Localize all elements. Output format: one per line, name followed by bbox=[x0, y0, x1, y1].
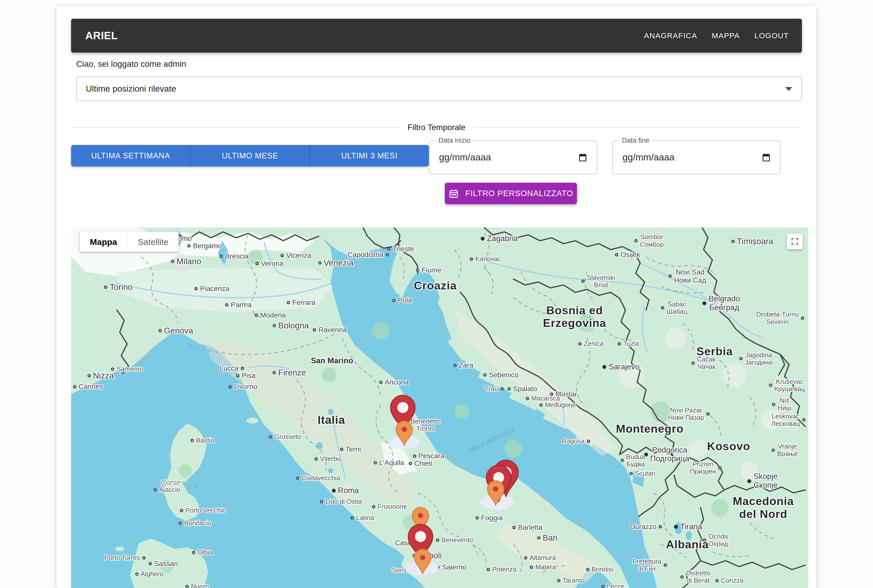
city-dot-icon bbox=[340, 448, 344, 451]
map-label-text: Sarajevo bbox=[609, 362, 639, 371]
city-dot-icon bbox=[507, 387, 511, 391]
map-labels: ComoBergamoMilanoBresciaVeronaVicenzaVen… bbox=[71, 228, 808, 588]
view-select[interactable]: Ultime posizioni rilevate bbox=[76, 76, 802, 101]
map-label-corizza: Corizza bbox=[716, 577, 743, 584]
map-label-text: Brindisi bbox=[592, 566, 613, 573]
map-label-firenze: Firenze bbox=[273, 368, 306, 378]
fullscreen-icon bbox=[791, 238, 799, 245]
map-label-italia: Italia bbox=[318, 413, 345, 426]
map-label-text: Bari bbox=[543, 533, 558, 543]
map-label-text: Mare Adriatico bbox=[468, 425, 516, 454]
date-picker-icon[interactable] bbox=[578, 153, 588, 162]
city-dot-icon bbox=[236, 374, 239, 377]
map-label-benedetto: Benedetto Tronto bbox=[411, 418, 441, 432]
map-label-potenza: Potenza bbox=[487, 566, 516, 573]
city-dot-icon bbox=[436, 566, 440, 569]
map-label-text: Alghero bbox=[141, 570, 164, 578]
map-type-map-button[interactable]: Mappa bbox=[80, 232, 127, 252]
range-button-0[interactable]: ULTIMA SETTIMANA bbox=[71, 145, 190, 166]
map-label-text: Salerno bbox=[442, 564, 466, 571]
view-select-value: Ultime posizioni rilevate bbox=[86, 84, 176, 94]
date-input-start[interactable] bbox=[438, 152, 575, 163]
map-label-text: Sorrento bbox=[392, 567, 417, 574]
map-label-zara: Zara bbox=[453, 361, 474, 369]
map-label-text: Bologna bbox=[278, 321, 309, 330]
map-label-livorno: Livorno bbox=[228, 383, 257, 391]
map-label-bologna: Bologna bbox=[273, 321, 309, 330]
map-label-text: Sebenico bbox=[489, 371, 519, 379]
fullscreen-button[interactable] bbox=[787, 234, 802, 249]
google-map[interactable]: ComoBergamoMilanoBresciaVeronaVicenzaVen… bbox=[71, 228, 808, 588]
map-label-bari: Bari bbox=[537, 533, 558, 543]
nav-item-mappa[interactable]: MAPPA bbox=[712, 32, 740, 40]
city-dot-icon bbox=[171, 260, 174, 263]
nav-item-logout[interactable]: LOGOUT bbox=[754, 32, 789, 40]
map-label-text: Ancona bbox=[385, 378, 409, 386]
city-dot-icon bbox=[392, 299, 396, 302]
map-label-text: Prizren Призрен bbox=[690, 460, 716, 475]
map-label-text: Bastia bbox=[196, 437, 214, 444]
map-label-text: Benevento bbox=[441, 536, 473, 544]
map-label-text: Pescara bbox=[418, 452, 444, 460]
range-button-1[interactable]: ULTIMO MESE bbox=[190, 145, 310, 166]
map-label-belgrado: Belgrado Београд bbox=[702, 294, 740, 312]
map-label-leskovac: Leskovac Лесковац bbox=[771, 412, 806, 427]
map-label-text: Terni bbox=[346, 445, 361, 453]
map-label-torino: Torino bbox=[104, 283, 132, 292]
map-label-timi-oara: Timișoara bbox=[731, 237, 773, 246]
date-picker-icon[interactable] bbox=[761, 153, 771, 162]
city-dot-icon bbox=[731, 240, 735, 243]
map-label-text: Torino bbox=[110, 283, 132, 292]
city-dot-icon bbox=[73, 385, 76, 388]
map-label-text: Milano bbox=[177, 257, 201, 266]
map-label-viterbo: Viterbo bbox=[315, 455, 341, 462]
date-fields: Data inizioData fine bbox=[429, 140, 781, 174]
map-label-jagodina: Jagodina Јагодина bbox=[740, 351, 772, 366]
map-label-skopje: Skopje Скопје bbox=[747, 472, 778, 490]
city-dot-icon bbox=[500, 387, 504, 391]
city-dot-icon bbox=[255, 262, 259, 265]
city-dot-icon bbox=[190, 439, 194, 442]
nav-item-anagrafica[interactable]: ANAGRAFICA bbox=[644, 32, 697, 40]
map-label--a-ak: Čačak Чачак bbox=[692, 356, 716, 370]
map-label-text: Niš Ниш bbox=[778, 397, 791, 412]
city-dot-icon bbox=[658, 525, 662, 528]
custom-filter-label: FILTRO PERSONALIZZATO bbox=[465, 189, 573, 198]
map-label-caserta: Caserta bbox=[395, 539, 425, 547]
map-label-porto-torres: Porto Torres bbox=[104, 554, 146, 561]
map-label-text: Pola bbox=[398, 297, 412, 304]
map-label-montenegro: Montenegro bbox=[616, 422, 684, 435]
custom-filter-button[interactable]: FILTRO PERSONALIZZATO bbox=[445, 183, 577, 204]
map-label-text: Tirana bbox=[680, 522, 702, 531]
city-dot-icon bbox=[476, 516, 479, 520]
map-label-napoli: Napoli bbox=[412, 551, 442, 560]
city-dot-icon bbox=[578, 342, 582, 346]
map-type-satellite-button[interactable]: Satellite bbox=[127, 232, 178, 252]
city-dot-icon bbox=[372, 505, 375, 508]
map-label-novi-pazar: Novi Pazar Нови Пазар bbox=[668, 406, 710, 421]
map-label-milano: Milano bbox=[171, 257, 201, 266]
map-label-text: Livorno bbox=[234, 383, 257, 391]
city-dot-icon bbox=[154, 488, 157, 492]
map-label-text: Potenza bbox=[492, 566, 516, 573]
map-label-text: Porto Torres bbox=[104, 554, 140, 561]
city-dot-icon bbox=[111, 368, 114, 370]
map-label-benevento: Benevento bbox=[436, 536, 473, 544]
city-dot-icon bbox=[436, 538, 439, 542]
map-label-brescia: Brescia bbox=[219, 252, 249, 260]
map-label-text: Corse bbox=[161, 478, 180, 486]
map-label-porto-vecchio: Porto Vecchio bbox=[180, 507, 226, 514]
map-label-pescara: Pescara bbox=[413, 452, 444, 460]
map-label-osijek: Osijek bbox=[615, 251, 640, 259]
map-label-text: Distretto di Berat bbox=[686, 570, 711, 584]
map-label-text: Kruševac Крушевац bbox=[774, 378, 805, 393]
range-button-2[interactable]: ULTIMI 3 MESI bbox=[310, 145, 429, 166]
map-label-piacenza: Piacenza bbox=[195, 285, 229, 292]
nav-menu: ANAGRAFICAMAPPALOGOUT bbox=[644, 32, 789, 40]
map-label-text: Čačak Чачак bbox=[697, 356, 716, 370]
map-label-text: Piacenza bbox=[200, 285, 229, 292]
date-input-end[interactable] bbox=[622, 152, 758, 163]
map-label-text: Roma bbox=[338, 486, 359, 495]
map-label-bonifacio: Bonifacio bbox=[178, 519, 211, 527]
map-label-tirana: Tirana bbox=[674, 522, 702, 531]
